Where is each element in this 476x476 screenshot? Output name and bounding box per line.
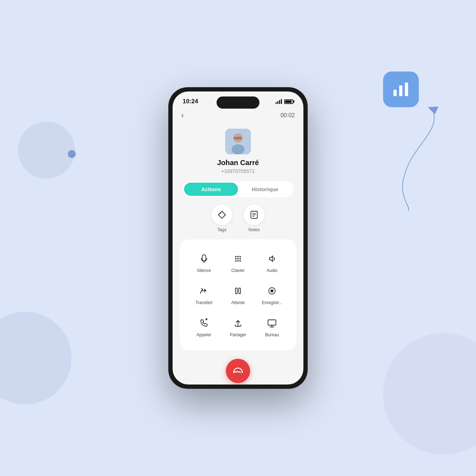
svg-marker-3	[428, 106, 438, 114]
contact-name: Johan Carré	[217, 159, 259, 167]
notes-icon	[249, 210, 259, 219]
tabs-container: Actions Historique	[183, 181, 293, 197]
avatar-person-svg	[225, 129, 251, 154]
chart-bar-icon	[391, 80, 411, 99]
signal-bar-1	[276, 102, 277, 104]
action-audio[interactable]: Audio	[255, 247, 289, 279]
bg-shape-2	[18, 122, 75, 179]
action-silence[interactable]: Silence	[187, 247, 221, 279]
svg-rect-25	[235, 288, 237, 294]
partager-label: Partager	[230, 332, 246, 337]
silence-icon	[198, 252, 210, 265]
svg-point-21	[239, 258, 241, 259]
action-bureau[interactable]: Bureau	[255, 311, 289, 343]
action-clavier[interactable]: Clavier	[221, 247, 255, 279]
phone-frame-wrapper: 10:24 ‹ 00:02	[168, 87, 308, 389]
svg-point-19	[235, 258, 237, 259]
transfert-label: Transfert	[195, 300, 213, 305]
attente-icon	[232, 284, 244, 297]
bg-shape-1	[0, 312, 71, 405]
signal-bars	[276, 99, 282, 104]
action-enregistrement[interactable]: Enregistr...	[255, 279, 289, 311]
bureau-icon	[266, 317, 278, 329]
signal-bar-2	[277, 101, 278, 104]
silence-label: Silence	[197, 268, 211, 273]
battery-icon	[284, 99, 293, 104]
end-call-icon	[232, 365, 244, 377]
status-icons	[276, 99, 293, 104]
quick-action-tags[interactable]: Tags	[212, 204, 232, 232]
svg-point-16	[235, 256, 237, 257]
action-attente[interactable]: Attente	[221, 279, 255, 311]
enregistrement-icon	[266, 284, 278, 297]
avatar-placeholder	[225, 129, 251, 154]
tab-historique[interactable]: Historique	[238, 183, 292, 196]
transfert-icon	[198, 284, 210, 297]
contact-section: Johan Carré +33970705572	[173, 126, 303, 181]
svg-point-24	[239, 260, 241, 262]
tags-label: Tags	[217, 227, 226, 232]
tags-button-circle	[212, 204, 232, 225]
bg-shape-3	[383, 333, 476, 455]
svg-point-10	[220, 213, 221, 214]
clavier-icon	[232, 252, 244, 265]
avatar	[225, 129, 251, 154]
notes-label: Notes	[248, 227, 259, 232]
appeler-label: Appeler	[197, 332, 211, 337]
partager-icon	[232, 317, 244, 329]
appeler-icon	[198, 317, 210, 329]
arrow-decoration	[376, 104, 447, 211]
dynamic-island	[217, 96, 259, 109]
svg-rect-26	[239, 288, 241, 294]
end-call-button[interactable]	[226, 359, 250, 383]
call-timer: 00:02	[281, 112, 295, 119]
attente-label: Attente	[231, 300, 245, 305]
svg-point-20	[237, 258, 239, 259]
notes-button-circle	[244, 204, 264, 225]
status-time: 10:24	[183, 98, 198, 105]
svg-point-9	[232, 144, 244, 154]
back-button[interactable]: ‹	[181, 111, 184, 120]
action-appeler[interactable]: Appeler	[187, 311, 221, 343]
svg-point-17	[237, 256, 239, 257]
actions-grid: Silence	[180, 239, 296, 350]
tag-icon	[217, 210, 227, 219]
call-header: ‹ 00:02	[173, 108, 303, 126]
signal-bar-4	[281, 99, 282, 104]
clavier-label: Clavier	[231, 268, 244, 273]
action-transfert[interactable]: Transfert	[187, 279, 221, 311]
quick-actions-row: Tags Notes	[173, 204, 303, 232]
action-partager[interactable]: Partager	[221, 311, 255, 343]
bg-dot	[68, 150, 76, 158]
svg-point-18	[239, 256, 241, 257]
svg-point-23	[237, 260, 239, 262]
svg-rect-29	[268, 320, 276, 325]
svg-point-22	[235, 260, 237, 262]
battery-fill	[285, 100, 292, 103]
analytics-widget	[383, 71, 419, 107]
audio-icon	[266, 252, 278, 265]
svg-rect-1	[399, 85, 402, 96]
svg-point-28	[271, 289, 273, 292]
phone-screen: 10:24 ‹ 00:02	[173, 91, 303, 385]
svg-rect-0	[393, 90, 397, 96]
end-call-area	[173, 350, 303, 385]
audio-label: Audio	[267, 268, 278, 273]
svg-rect-2	[405, 83, 408, 96]
phone-frame: 10:24 ‹ 00:02	[168, 87, 308, 389]
bureau-label: Bureau	[265, 332, 279, 337]
quick-action-notes[interactable]: Notes	[244, 204, 264, 232]
tab-actions[interactable]: Actions	[184, 183, 238, 196]
contact-phone: +33970705572	[221, 168, 255, 174]
enregistrement-label: Enregistr...	[262, 300, 282, 305]
signal-bar-3	[279, 100, 280, 104]
